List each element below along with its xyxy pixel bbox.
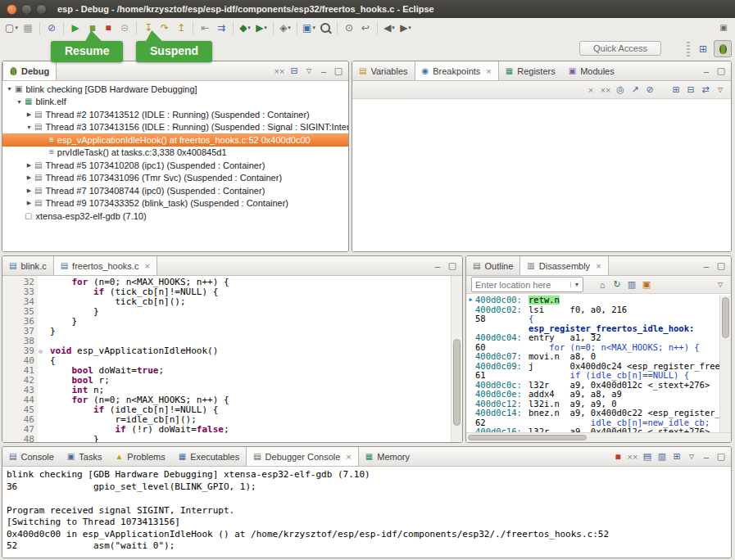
expander-icon[interactable]: ▶ bbox=[25, 174, 34, 181]
maximize-icon[interactable]: ▢ bbox=[714, 65, 728, 76]
display-selected-icon[interactable]: ▥ bbox=[655, 451, 669, 462]
skip-all-breakpoints-icon[interactable]: ⊘ bbox=[642, 84, 657, 95]
disassembly-vertical-scrollbar[interactable] bbox=[719, 296, 731, 432]
home-icon[interactable]: ⌂ bbox=[595, 280, 610, 290]
collapse-all-icon[interactable]: ⊟ bbox=[287, 65, 302, 76]
tab-debugger-console[interactable]: ▤Debugger Console× bbox=[246, 447, 359, 466]
debug-perspective-icon[interactable] bbox=[714, 40, 732, 57]
link-with-debug-icon[interactable]: ⇄ bbox=[698, 84, 713, 95]
breakpoints-empty-area[interactable] bbox=[352, 99, 731, 251]
tree-item[interactable]: ▼▣blink checking [GDB Hardware Debugging… bbox=[2, 83, 348, 96]
tab-debug[interactable]: Debug bbox=[2, 61, 57, 80]
scrollbar-thumb[interactable] bbox=[722, 297, 729, 338]
scrollbar-thumb[interactable] bbox=[453, 339, 461, 426]
maximize-window-button[interactable] bbox=[36, 4, 47, 15]
maximize-icon[interactable]: ▢ bbox=[714, 260, 728, 271]
minimize-icon[interactable]: – bbox=[699, 66, 714, 76]
close-icon[interactable]: × bbox=[486, 66, 491, 76]
clear-console-icon[interactable]: ▤ bbox=[640, 451, 655, 462]
expander-icon[interactable]: ▶ bbox=[25, 187, 34, 194]
minimize-window-button[interactable] bbox=[21, 4, 32, 15]
close-icon[interactable]: × bbox=[346, 452, 351, 462]
expander-icon[interactable]: ▼ bbox=[5, 86, 14, 92]
quick-access-button[interactable]: Quick Access bbox=[579, 41, 661, 56]
tab-breakpoints[interactable]: ◉Breakpoints× bbox=[415, 61, 499, 80]
expander-icon[interactable]: ▼ bbox=[15, 99, 24, 105]
open-console-icon[interactable]: ⊞ bbox=[669, 451, 684, 462]
last-edit-location-icon[interactable]: ↩ bbox=[357, 20, 374, 36]
view-menu-icon[interactable]: ▽ bbox=[713, 86, 728, 93]
remove-launch-icon[interactable]: ×× bbox=[625, 452, 640, 462]
scrollbar-thumb[interactable] bbox=[468, 435, 587, 440]
debug-launch-tree[interactable]: ▼▣blink checking [GDB Hardware Debugging… bbox=[2, 81, 348, 251]
close-icon[interactable]: × bbox=[596, 261, 601, 271]
tab-console[interactable]: ▤Console bbox=[2, 447, 61, 466]
expander-icon[interactable]: ▶ bbox=[25, 111, 34, 118]
tab-registers[interactable]: ▦Registers bbox=[499, 61, 562, 80]
view-menu-icon[interactable]: ▽ bbox=[713, 281, 728, 288]
tab-memory[interactable]: ▦Memory bbox=[359, 447, 416, 466]
disassembly-horizontal-scrollbar[interactable] bbox=[466, 432, 731, 442]
tree-item[interactable]: ▶▤Thread #9 1073433352 (blink_task) (Sus… bbox=[2, 197, 348, 210]
tab-blink-c[interactable]: ▤blink.c bbox=[2, 256, 53, 275]
save-icon[interactable]: ▦ bbox=[20, 20, 36, 36]
collapse-all-icon[interactable]: ⊟ bbox=[683, 84, 698, 95]
editor-vertical-scrollbar[interactable] bbox=[451, 276, 462, 442]
step-return-icon[interactable]: ↥ bbox=[173, 20, 189, 36]
tree-item[interactable]: ▶▤Thread #7 1073408744 (ipc0) (Suspended… bbox=[2, 184, 348, 197]
folding-ruler[interactable]: ⊖ bbox=[38, 276, 47, 442]
external-tools-icon[interactable]: ◈▾ bbox=[277, 20, 293, 36]
minimize-icon[interactable]: – bbox=[699, 261, 714, 271]
tree-item[interactable]: ≡esp_vApplicationIdleHook() at freertos_… bbox=[2, 133, 348, 147]
new-c-file-icon[interactable]: ▣▾ bbox=[301, 20, 317, 36]
disconnect-icon[interactable]: ⊝ bbox=[116, 20, 133, 36]
close-window-button[interactable] bbox=[7, 4, 17, 15]
tab-modules[interactable]: ▣Modules bbox=[562, 61, 621, 80]
tab-variables[interactable]: ▤Variables bbox=[352, 61, 415, 80]
debug-icon[interactable]: ◆▾ bbox=[237, 20, 253, 36]
skip-all-breakpoints-icon[interactable]: ⊘ bbox=[43, 20, 60, 36]
tab-freertos-hooks-c[interactable]: ▤freertos_hooks.c× bbox=[53, 256, 157, 275]
back-icon[interactable]: ◀▾ bbox=[381, 20, 397, 36]
refresh-icon[interactable]: ↻ bbox=[610, 279, 624, 290]
run-icon[interactable]: ▶▾ bbox=[253, 20, 270, 36]
tree-item[interactable]: ▼▦blink.elf bbox=[2, 96, 348, 109]
source-code-area[interactable]: for (n=0; n<MAX_HOOKS; n++) { if (tick_c… bbox=[47, 276, 451, 442]
remove-all-terminated-icon[interactable]: ×× bbox=[272, 66, 287, 76]
tree-item[interactable]: ▶▤Thread #6 1073431096 (Tmr Svc) (Suspen… bbox=[2, 172, 348, 185]
search-icon[interactable] bbox=[317, 20, 333, 36]
minimize-icon[interactable]: – bbox=[430, 261, 445, 271]
tab-outline[interactable]: ▤Outline bbox=[466, 256, 519, 275]
maximize-icon[interactable]: ▢ bbox=[445, 260, 460, 271]
expander-icon[interactable]: ▶ bbox=[25, 162, 34, 169]
tree-item[interactable]: ▢xtensa-esp32-elf-gdb (7.10) bbox=[2, 210, 348, 223]
tab-executables[interactable]: ▦Executables bbox=[172, 447, 246, 466]
forward-icon[interactable]: ▶▾ bbox=[397, 20, 414, 36]
remove-all-breakpoints-icon[interactable]: ×× bbox=[598, 85, 613, 95]
drop-to-frame-icon[interactable]: ⇤ bbox=[197, 20, 213, 36]
annotation-ruler[interactable] bbox=[2, 276, 13, 442]
minimize-icon[interactable]: – bbox=[699, 452, 714, 462]
disassembly-listing[interactable]: ▶400d0c00:retw.n400d0c02:lsi f0, a0, 216… bbox=[466, 296, 719, 432]
fold-marker-icon[interactable]: ⊖ bbox=[39, 347, 43, 357]
window-icon[interactable]: ▣ bbox=[715, 20, 732, 36]
tab-problems[interactable]: ▲Problems bbox=[108, 447, 171, 466]
remove-breakpoint-icon[interactable]: × bbox=[583, 85, 598, 95]
chevron-down-icon[interactable]: ▼ bbox=[570, 282, 583, 287]
minimize-icon[interactable]: – bbox=[316, 66, 331, 76]
maximize-icon[interactable]: ▢ bbox=[331, 65, 346, 76]
tree-item[interactable]: ▶▤Thread #5 1073410208 (ipc1) (Suspended… bbox=[2, 159, 348, 172]
expander-icon[interactable]: ▶ bbox=[25, 200, 34, 206]
tab-tasks[interactable]: ▣Tasks bbox=[61, 447, 109, 466]
tab-disassembly[interactable]: ▥Disassembly× bbox=[519, 256, 608, 275]
maximize-icon[interactable]: ▢ bbox=[714, 451, 728, 462]
view-menu-icon[interactable]: ▽ bbox=[684, 453, 699, 460]
view-menu-icon[interactable]: ▽ bbox=[302, 67, 316, 75]
open-perspective-icon[interactable]: ⊞ bbox=[694, 40, 712, 57]
track-expression-icon[interactable]: ▣ bbox=[639, 279, 654, 290]
perspective-drag-handle[interactable] bbox=[687, 42, 690, 56]
new-wizard-icon[interactable]: ▢▾ bbox=[3, 20, 20, 36]
show-source-icon[interactable]: ▥ bbox=[624, 279, 639, 290]
instruction-stepping-icon[interactable]: ⇉ bbox=[213, 20, 229, 36]
location-input[interactable] bbox=[472, 280, 570, 290]
